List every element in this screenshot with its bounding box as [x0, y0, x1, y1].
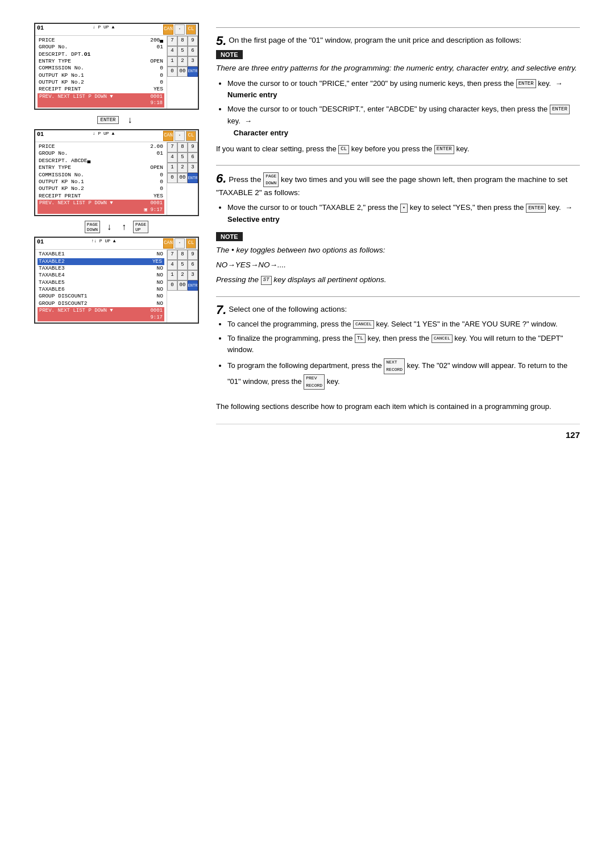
- page-footer: 127: [216, 424, 580, 440]
- t1-row-commission: COMMISSION No. 0: [38, 65, 164, 72]
- key-4[interactable]: 4: [167, 46, 177, 56]
- t2-row-price: PRICE 2.00: [38, 143, 164, 150]
- divider-3: [216, 296, 580, 297]
- terminal-3-main: TAXABLE1 NO TAXABLE2 YES TAXABLE3 NO TAX…: [35, 250, 167, 323]
- divider-2: [216, 165, 580, 166]
- terminal-1-main: PRICE 200▄ GROUP No. 01 DESCRIPT. DPT.O1…: [35, 36, 167, 109]
- t2-key-3[interactable]: 3: [188, 163, 198, 173]
- key-1[interactable]: 1: [167, 56, 177, 67]
- t3-key-00[interactable]: 00: [177, 280, 188, 291]
- keypad-row-3: 1 2 3: [167, 56, 198, 67]
- step-7-bullet-1: To cancel the programming, press the CAN…: [227, 319, 580, 330]
- t2-key-1[interactable]: 1: [167, 163, 177, 173]
- key-6[interactable]: 6: [188, 46, 198, 56]
- t3-key-9[interactable]: 9: [188, 250, 198, 260]
- t3-dot-key[interactable]: ·: [175, 238, 185, 249]
- terminal-3-body: TAXABLE1 NO TAXABLE2 YES TAXABLE3 NO TAX…: [35, 250, 198, 323]
- step-5-bullets: Move the cursor to or touch "PRICE," ent…: [227, 78, 580, 139]
- terminal-2-keypad: 7 8 9 4 5 6 1 2 3 0: [167, 142, 198, 215]
- terminal-3-buttons: CAN · CL: [163, 238, 196, 249]
- t2-key-2[interactable]: 2: [177, 163, 188, 173]
- step-6-note-text1: The • key toggles between two options as…: [216, 245, 580, 256]
- t2-row-entry: ENTRY TYPE OPEN: [38, 164, 164, 171]
- page-down-key-ref: PAGEDOWN: [263, 172, 279, 187]
- t2-key-7[interactable]: 7: [167, 142, 177, 152]
- key-00[interactable]: 00: [177, 67, 188, 77]
- keypad-row-4: 0 00 ENTR: [167, 67, 198, 77]
- t2-key-5[interactable]: 5: [177, 152, 188, 163]
- right-column: 5. On the first page of the "01" window,…: [216, 23, 580, 440]
- cl-key[interactable]: CL: [186, 24, 196, 35]
- terminal-1-footer: PREV. NEXT LIST P DOWN ▼ 0001 9:18: [38, 93, 164, 108]
- t3-cl-key[interactable]: CL: [186, 238, 196, 249]
- terminal-2-header: 01 ↓ P UP ▲ CAN · CL: [35, 130, 198, 142]
- t2-key-8[interactable]: 8: [177, 142, 188, 152]
- terminal-3-id: 01: [37, 238, 44, 249]
- step-5-note-text: There are three entry patterns for the p…: [216, 63, 580, 74]
- t3-key-4[interactable]: 4: [167, 260, 177, 270]
- terminal-3-header: 01 ↑↓ P UP ▲ CAN · CL: [35, 238, 198, 250]
- enter-key-ref-2: ENTER: [550, 105, 570, 114]
- t3-row-tax6: TAXABLE6 NO: [38, 286, 164, 293]
- step-5-bullet-2: Move the cursor to or touch "DESCRIPT.",…: [227, 104, 580, 139]
- t3-key-8[interactable]: 8: [177, 250, 188, 260]
- t2-key-0[interactable]: 0: [167, 173, 177, 183]
- t1-row-entry: ENTRY TYPE OPEN: [38, 58, 164, 65]
- t3-row-grpdisc2: GROUP DISCOUNT2 NO: [38, 300, 164, 307]
- can-key[interactable]: CAN: [163, 24, 173, 35]
- t3-key-6[interactable]: 6: [188, 260, 198, 270]
- step-7-bullet-3: To program the following department, pre…: [227, 358, 580, 390]
- step-6-bullet-1: Move the cursor to or touch "TAXABLE 2,"…: [227, 202, 580, 226]
- t2-cl-key[interactable]: CL: [186, 131, 196, 141]
- page-content: 01 ↓ P UP ▲ CAN · CL PRICE 200▄ GROUP No…: [34, 23, 580, 440]
- left-column: 01 ↓ P UP ▲ CAN · CL PRICE 200▄ GROUP No…: [34, 23, 199, 440]
- t2-row-receipt: RECEIPT PRINT YES: [38, 193, 164, 200]
- cancel-key-ref-2: CANCEL: [432, 334, 453, 343]
- arrow-down-icon-2: ↓: [103, 221, 115, 233]
- step-6-text: 6. Press the PAGEDOWN key two times and …: [216, 172, 580, 199]
- t3-key-1[interactable]: 1: [167, 270, 177, 280]
- t3-key-2[interactable]: 2: [177, 270, 188, 280]
- key-entr[interactable]: ENTR: [188, 67, 198, 77]
- page-down-key: PAGEDOWN: [85, 221, 100, 233]
- key-7[interactable]: 7: [167, 36, 177, 46]
- t2-key-9[interactable]: 9: [188, 142, 198, 152]
- key-0[interactable]: 0: [167, 67, 177, 77]
- step-5-note-box: NOTE: [216, 49, 580, 63]
- t3-key-7[interactable]: 7: [167, 250, 177, 260]
- terminal-3: 01 ↑↓ P UP ▲ CAN · CL TAXABLE1 NO TAXABL…: [34, 237, 199, 324]
- t3-key-0[interactable]: 0: [167, 280, 177, 291]
- dot-key[interactable]: ·: [175, 24, 185, 35]
- bottom-note: The following sections describe how to p…: [216, 401, 580, 412]
- key-5[interactable]: 5: [177, 46, 188, 56]
- key-9[interactable]: 9: [188, 36, 198, 46]
- terminal-2: 01 ↓ P UP ▲ CAN · CL PRICE 2.00 GROUP No…: [34, 129, 199, 216]
- step-5-block: 5. On the first page of the "01" window,…: [216, 35, 580, 155]
- t1-row-kp2: OUTPUT KP No.2 0: [38, 79, 164, 86]
- step-6-number: 6.: [216, 172, 226, 185]
- terminal-1-keypad: 7 8 9 4 5 6 1 2 3 0: [167, 36, 198, 109]
- arrow-down-icon-1: ↓: [125, 114, 136, 126]
- terminal-3-pup: ↑↓ P UP ▲: [91, 238, 115, 249]
- t2-key-6[interactable]: 6: [188, 152, 198, 163]
- t2-can-key[interactable]: CAN: [163, 131, 173, 141]
- t2-dot-key[interactable]: ·: [175, 131, 185, 141]
- t2-key-00[interactable]: 00: [177, 173, 188, 183]
- t2-key-entr[interactable]: ENTR: [188, 173, 198, 183]
- t3-can-key[interactable]: CAN: [163, 238, 173, 249]
- page-up-key: PAGEUP: [133, 221, 148, 233]
- key-2[interactable]: 2: [177, 56, 188, 67]
- t3-key-5[interactable]: 5: [177, 260, 188, 270]
- st-key-ref: ST: [261, 276, 272, 285]
- t3-key-entr[interactable]: ENTR: [188, 280, 198, 291]
- terminal-2-body: PRICE 2.00 GROUP No. 01 DESCRIPT. ABCDE▄…: [35, 142, 198, 215]
- t3-row-tax4: TAXABLE4 NO: [38, 272, 164, 279]
- terminal-1-header: 01 ↓ P UP ▲ CAN · CL: [35, 24, 198, 36]
- terminal-2-id: 01: [37, 131, 44, 141]
- t3-key-3[interactable]: 3: [188, 270, 198, 280]
- t2-key-4[interactable]: 4: [167, 152, 177, 163]
- key-8[interactable]: 8: [177, 36, 188, 46]
- key-3[interactable]: 3: [188, 56, 198, 67]
- step-6-bullets: Move the cursor to or touch "TAXABLE 2,"…: [227, 202, 580, 226]
- character-entry-label: Character entry: [234, 129, 288, 137]
